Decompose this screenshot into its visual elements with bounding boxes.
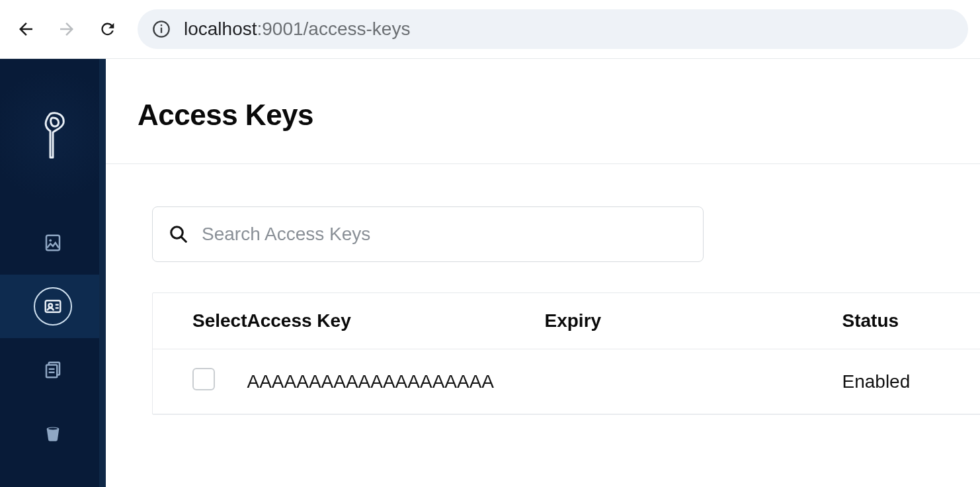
bucket-icon (44, 424, 62, 443)
stork-logo-icon (37, 111, 69, 159)
sidebar-item-object-browser[interactable] (0, 211, 106, 275)
reload-icon (99, 20, 117, 38)
sidebar-accent-strip (99, 59, 106, 487)
address-bar[interactable]: localhost:9001/access-keys (138, 9, 968, 49)
col-header-status: Status (842, 293, 981, 349)
main-content: Access Keys Select Access Key Expiry (106, 59, 980, 487)
app-shell: Access Keys Select Access Key Expiry (0, 58, 980, 487)
documents-icon (43, 360, 63, 380)
info-icon (152, 20, 171, 38)
sidebar-item-documentation[interactable] (0, 338, 106, 402)
svg-rect-2 (161, 24, 162, 26)
row-checkbox[interactable] (192, 368, 215, 390)
forward-button[interactable] (56, 18, 78, 40)
cell-expiry (545, 349, 842, 414)
col-header-select: Select (153, 293, 247, 349)
arrow-left-icon (16, 19, 36, 39)
svg-rect-3 (46, 236, 60, 251)
table-header-row: Select Access Key Expiry Status (153, 293, 980, 349)
image-file-icon (43, 233, 63, 253)
search-box[interactable] (152, 206, 704, 262)
page-title: Access Keys (138, 99, 980, 132)
svg-point-4 (49, 239, 52, 242)
arrow-right-icon (57, 19, 77, 39)
svg-rect-10 (46, 365, 57, 378)
logo[interactable] (0, 59, 106, 211)
search-icon (169, 224, 188, 244)
reload-button[interactable] (97, 18, 119, 40)
identity-card-icon (43, 296, 63, 316)
browser-bar: localhost:9001/access-keys (0, 0, 980, 58)
svg-rect-1 (161, 28, 162, 33)
sidebar-item-access-keys[interactable] (0, 275, 106, 338)
url-text: localhost:9001/access-keys (184, 19, 410, 40)
search-input[interactable] (202, 224, 687, 245)
sidebar-item-buckets[interactable] (0, 402, 106, 465)
sidebar (0, 59, 106, 487)
svg-line-16 (181, 237, 186, 242)
cell-status: Enabled (842, 349, 981, 414)
access-keys-table: Select Access Key Expiry Status AAAAAAAA… (152, 292, 980, 415)
cell-access-key: AAAAAAAAAAAAAAAAAAAA (247, 349, 545, 414)
col-header-expiry: Expiry (545, 293, 842, 349)
col-header-access-key: Access Key (247, 293, 545, 349)
table-row[interactable]: AAAAAAAAAAAAAAAAAAAA Enabled (153, 349, 980, 414)
back-button[interactable] (15, 18, 37, 40)
svg-point-14 (48, 427, 58, 429)
svg-point-6 (49, 304, 53, 308)
